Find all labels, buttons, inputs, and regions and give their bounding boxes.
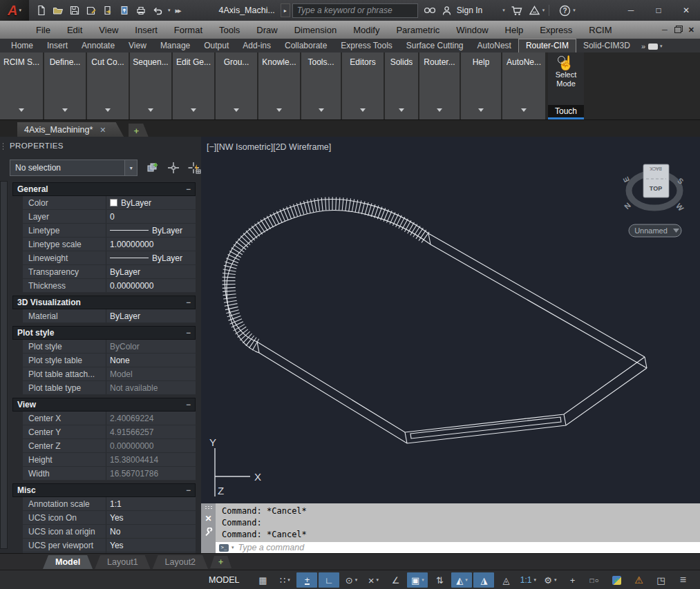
property-row[interactable]: UCS per viewport Yes (23, 539, 196, 552)
dropdown-arrow[interactable]: ▾ (534, 577, 537, 583)
ortho-icon[interactable]: ∟ ▾ (319, 572, 339, 588)
ribbon-display-toggle[interactable]: ▾ (648, 44, 663, 50)
dropdown-arrow[interactable]: ▾ (554, 577, 557, 583)
property-row[interactable]: Plot table type Not available (23, 381, 196, 395)
menu-item[interactable]: Draw (248, 25, 285, 35)
model-space-button[interactable]: MODEL (202, 573, 245, 587)
panel-dropdown-icon[interactable] (319, 108, 324, 115)
section-header[interactable]: View − (12, 398, 196, 412)
property-value[interactable]: ByLayer (106, 196, 196, 209)
property-value[interactable]: 2.40069224 (106, 412, 196, 425)
plot-icon[interactable] (134, 3, 148, 17)
section-header[interactable]: 3D Visualization − (12, 296, 196, 309)
dropdown-arrow[interactable]: ▾ (465, 577, 468, 583)
collapse-icon[interactable]: − (186, 328, 191, 338)
object-snap-tracking-icon[interactable]: ∠ ▾ (385, 572, 406, 588)
property-value[interactable]: ByLayer (106, 265, 196, 278)
command-history[interactable]: Command: *Cancel*Command:Command: *Cance… (216, 503, 700, 542)
dropdown-arrow[interactable]: ▾ (287, 577, 290, 583)
ribbon-panel[interactable]: Editors (342, 52, 384, 119)
command-input[interactable] (237, 542, 700, 553)
property-value[interactable]: Yes (106, 511, 196, 524)
property-row[interactable]: UCS icon at origin No (23, 525, 196, 539)
annotation-monitor-icon[interactable]: + ▾ (562, 572, 583, 588)
panel-dropdown-icon[interactable] (276, 108, 282, 115)
grid-icon[interactable]: ▦ ▾ (252, 572, 273, 588)
property-row[interactable]: Annotation scale 1:1 (23, 497, 196, 511)
property-value[interactable]: 0.00000000 (106, 279, 196, 292)
property-row[interactable]: Thickness 0.00000000 (23, 279, 196, 293)
gizmo-icon[interactable]: ◭ ▾ (451, 572, 472, 588)
ribbon-tab[interactable]: Router-CIM (518, 39, 576, 52)
section-header[interactable]: Plot style − (12, 326, 196, 340)
ribbon-panel[interactable]: Help (461, 52, 501, 119)
property-row[interactable]: Plot table attach... Model (23, 367, 196, 381)
open-icon[interactable] (51, 3, 65, 17)
maximize-button[interactable]: □ (645, 1, 672, 20)
panel-dropdown-icon[interactable] (521, 108, 527, 115)
touch-panel[interactable]: ☝ Select Mode Touch (548, 52, 584, 119)
command-prompt-icon[interactable]: >_ (219, 544, 229, 552)
property-value[interactable]: ByLayer (106, 309, 196, 322)
property-value[interactable]: No (106, 525, 196, 538)
property-value[interactable]: 1.00000000 (106, 238, 196, 251)
layout-tab[interactable]: Layout1 (95, 555, 150, 569)
search-icon[interactable] (424, 6, 436, 15)
menu-item[interactable]: Edit (59, 25, 91, 35)
command-settings-icon[interactable] (204, 528, 214, 537)
viewport-controls-label[interactable]: [−][NW Isometric][2D Wireframe] (207, 142, 331, 152)
new-layout-button[interactable]: + (210, 556, 231, 568)
annotation-autoscale-icon[interactable]: ◬ ▾ (495, 572, 516, 588)
dynamic-ucs-icon[interactable]: ⇅ ▾ (429, 572, 450, 588)
app-menu-button[interactable]: A ▾ (0, 0, 29, 21)
save-icon[interactable] (68, 3, 82, 17)
search-input[interactable] (292, 3, 418, 18)
property-value[interactable]: Yes (106, 539, 196, 552)
menu-item[interactable]: Dimension (286, 25, 345, 35)
menu-item[interactable]: RCIM (580, 25, 620, 35)
menu-item[interactable]: Insert (126, 25, 166, 35)
section-header[interactable]: General − (12, 182, 196, 196)
viewcube[interactable]: E S N W BACK TOP Unnamed (621, 164, 685, 237)
combo-dropdown-icon[interactable]: ▾ (124, 160, 137, 175)
ribbon-tab[interactable]: Express Tools (334, 39, 399, 52)
property-row[interactable]: Lineweight ByLayer (23, 251, 196, 265)
annotation-visibility-icon[interactable]: ◮ ▾ (473, 572, 494, 588)
snap-icon[interactable]: ∷ ▾ (274, 572, 295, 588)
property-value[interactable]: ByColor (106, 340, 196, 353)
property-row[interactable]: Center Z 0.00000000 (23, 439, 196, 453)
new-file-tab-button[interactable]: + (129, 124, 149, 137)
palette-header[interactable]: PROPERTIES (0, 137, 201, 155)
ribbon-panel[interactable]: Edit Ge... (173, 52, 214, 119)
ribbon-panel[interactable]: AutoNe... (502, 52, 545, 119)
save-as-icon[interactable] (84, 3, 98, 17)
collapse-icon[interactable]: − (186, 400, 191, 409)
isometric-drafting-icon[interactable]: × ▾ (363, 572, 384, 588)
panel-dropdown-icon[interactable] (19, 108, 24, 115)
panel-dropdown-icon[interactable] (148, 108, 153, 115)
ribbon-tab[interactable]: Output (197, 39, 236, 52)
menu-item[interactable]: Format (166, 25, 211, 35)
command-close-icon[interactable]: ✕ (205, 514, 211, 523)
ribbon-tab[interactable]: Insert (40, 39, 75, 52)
property-row[interactable]: Material ByLayer (23, 309, 196, 323)
file-tab[interactable]: 4Axis_Machining* ✕ (17, 122, 124, 137)
toggle-pickadd-icon[interactable] (145, 161, 159, 175)
ribbon-tab[interactable]: Add-ins (236, 39, 278, 52)
selection-combo[interactable]: No selection ▾ (10, 160, 138, 176)
collapse-icon[interactable]: − (186, 184, 191, 194)
minimize-button[interactable]: ─ (617, 1, 645, 20)
property-value[interactable]: ByLayer (106, 251, 196, 264)
property-row[interactable]: Center Y 4.91566257 (23, 425, 196, 439)
panel-dropdown-icon[interactable] (478, 108, 484, 115)
menu-item[interactable]: File (28, 25, 59, 35)
ribbon-panel[interactable]: Solids (385, 52, 418, 119)
menu-item[interactable]: Express (531, 25, 580, 35)
menu-item[interactable]: View (91, 25, 126, 35)
layout-tab[interactable]: Layout2 (153, 555, 208, 569)
ribbon-panel[interactable]: Sequen... (130, 52, 171, 119)
property-row[interactable]: Height 15.38004414 (23, 453, 196, 467)
property-row[interactable]: Plot style table None (23, 354, 196, 367)
section-header[interactable]: Misc − (12, 483, 196, 497)
help-button[interactable]: ?▾ (559, 5, 576, 17)
